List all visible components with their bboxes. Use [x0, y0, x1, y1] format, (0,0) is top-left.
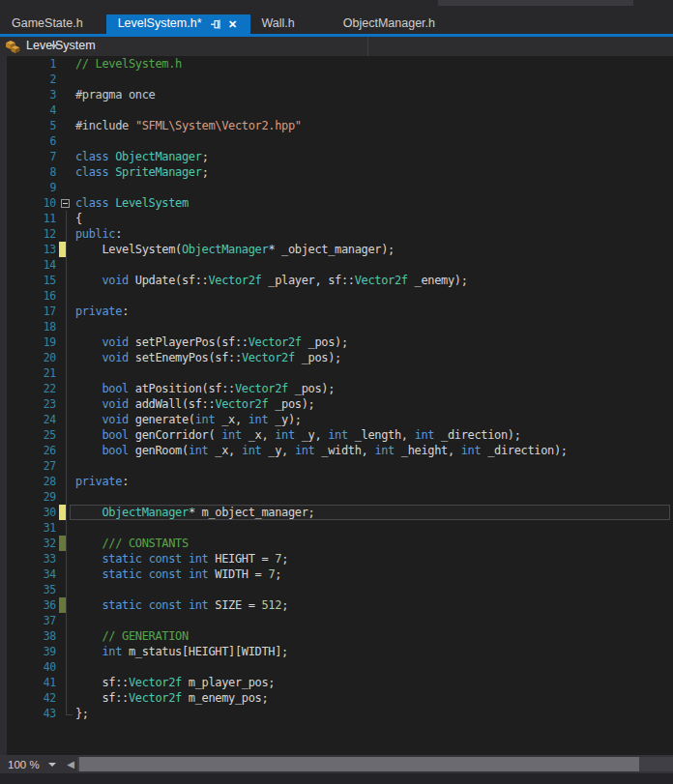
code-line[interactable]: 38 // GENERATION	[0, 628, 673, 644]
line-number: 10	[0, 195, 56, 211]
line-number: 6	[0, 133, 56, 149]
code-line[interactable]: 2	[0, 72, 673, 87]
code-line[interactable]: 24 void generate(int _x, int _y);	[0, 412, 673, 427]
top-accent-strip	[438, 0, 633, 6]
code-line[interactable]: 11{	[0, 211, 673, 226]
code-line[interactable]: 1// LevelSystem.h	[0, 56, 673, 72]
code-line[interactable]: 15 void Update(sf::Vector2f _player, sf:…	[0, 273, 673, 288]
code-text: class SpriteManager;	[75, 164, 209, 180]
code-line[interactable]: 40	[0, 659, 673, 675]
line-number: 29	[0, 489, 56, 505]
line-number: 28	[0, 474, 56, 489]
code-line[interactable]: 37	[0, 613, 673, 628]
code-line[interactable]: 28private:	[0, 474, 673, 489]
code-line[interactable]: 3#pragma once	[0, 87, 673, 102]
tab-gamestate-h[interactable]: GameState.h	[0, 15, 106, 34]
tab-label: Wall.h	[262, 16, 295, 30]
code-line[interactable]: 19 void setPlayerPos(sf::Vector2f _pos);	[0, 334, 673, 350]
pin-icon[interactable]	[210, 18, 221, 30]
line-number: 41	[0, 675, 56, 690]
close-icon[interactable]: ✕	[227, 18, 239, 30]
line-number: 33	[0, 551, 56, 566]
code-line[interactable]: 18	[0, 319, 673, 334]
line-number: 26	[0, 443, 56, 458]
code-text: // GENERATION	[75, 628, 189, 644]
code-line[interactable]: 41 sf::Vector2f m_player_pos;	[0, 675, 673, 690]
code-editor[interactable]: 1// LevelSystem.h23#pragma once45#includ…	[0, 56, 673, 755]
code-line[interactable]: 5#include "SFML\System\Vector2.hpp"	[0, 118, 673, 133]
code-line[interactable]: 22 bool atPosition(sf::Vector2f _pos);	[0, 381, 673, 396]
code-text: private:	[75, 304, 129, 319]
tab-objectmanager-h[interactable]: ObjectManager.h	[332, 15, 447, 34]
code-line[interactable]: 43};	[0, 706, 673, 721]
code-text: class LevelSystem	[75, 195, 189, 211]
code-text: {	[75, 211, 82, 226]
code-text: static const int HEIGHT = 7;	[75, 551, 288, 566]
code-line[interactable]: 8class SpriteManager;	[0, 164, 673, 180]
code-line[interactable]: 7class ObjectManager;	[0, 149, 673, 164]
code-text: // LevelSystem.h	[75, 56, 182, 72]
scroll-left-arrow-icon[interactable]: ◀	[64, 755, 77, 773]
type-dropdown[interactable]: LevelSystem	[0, 37, 367, 56]
line-number: 32	[0, 536, 56, 551]
tab-wall-h[interactable]: Wall.h	[250, 15, 307, 34]
code-text: void setPlayerPos(sf::Vector2f _pos);	[75, 334, 348, 350]
code-line[interactable]: 4	[0, 102, 673, 118]
code-line[interactable]: 9	[0, 180, 673, 195]
tab-levelsystem-h-[interactable]: LevelSystem.h*✕	[106, 15, 250, 34]
code-line[interactable]: 14	[0, 257, 673, 273]
code-text: static const int WIDTH = 7;	[75, 566, 281, 582]
code-line[interactable]: 33 static const int HEIGHT = 7;	[0, 551, 673, 566]
line-number: 25	[0, 427, 56, 443]
code-line[interactable]: 23 void addWall(sf::Vector2f _pos);	[0, 396, 673, 412]
code-line[interactable]: 30 ObjectManager* m_object_manager;	[0, 505, 673, 520]
zoom-level-dropdown[interactable]: 100 %	[0, 755, 62, 773]
code-text: static const int SIZE = 512;	[75, 597, 288, 613]
horizontal-scrollbar-row: 100 % ◀	[0, 755, 673, 773]
code-line[interactable]: 10class LevelSystem	[0, 195, 673, 211]
line-number: 11	[0, 211, 56, 226]
saved-change-bar	[59, 597, 66, 613]
line-number: 7	[0, 149, 56, 164]
tab-icons: ✕	[210, 18, 239, 30]
code-line[interactable]: 42 sf::Vector2f m_enemy_pos;	[0, 690, 673, 706]
code-text: void setEnemyPos(sf::Vector2f _pos);	[75, 350, 341, 365]
line-number: 15	[0, 273, 56, 288]
horizontal-scrollbar-track[interactable]	[77, 757, 673, 771]
code-line[interactable]: 32 /// CONSTANTS	[0, 536, 673, 551]
code-line[interactable]: 35	[0, 582, 673, 597]
chevron-down-icon	[50, 44, 58, 48]
vs-editor-window: GameState.hLevelSystem.h*✕Wall.hObjectMa…	[0, 0, 673, 784]
fold-collapse-icon[interactable]	[61, 199, 70, 208]
code-line[interactable]: 6	[0, 133, 673, 149]
line-number: 37	[0, 613, 56, 628]
document-tab-bar: GameState.hLevelSystem.h*✕Wall.hObjectMa…	[0, 15, 447, 34]
code-line[interactable]: 20 void setEnemyPos(sf::Vector2f _pos);	[0, 350, 673, 365]
horizontal-scrollbar-thumb[interactable]	[79, 757, 639, 771]
line-number: 16	[0, 288, 56, 304]
code-line[interactable]: 16	[0, 288, 673, 304]
code-line[interactable]: 12public:	[0, 226, 673, 242]
code-line[interactable]: 17private:	[0, 304, 673, 319]
code-line[interactable]: 21	[0, 365, 673, 381]
code-line[interactable]: 13 LevelSystem(ObjectManager* _object_ma…	[0, 242, 673, 257]
zoom-level-label: 100 %	[8, 759, 40, 770]
code-line[interactable]: 36 static const int SIZE = 512;	[0, 597, 673, 613]
code-area: 1// LevelSystem.h23#pragma once45#includ…	[0, 56, 673, 721]
code-line[interactable]: 34 static const int WIDTH = 7;	[0, 566, 673, 582]
unsaved-change-bar	[59, 242, 66, 257]
chevron-down-icon	[48, 763, 56, 767]
line-number: 13	[0, 242, 56, 257]
code-line[interactable]: 31	[0, 520, 673, 536]
line-number: 42	[0, 690, 56, 706]
code-line[interactable]: 26 bool genRoom(int _x, int _y, int _wid…	[0, 443, 673, 458]
tab-label: GameState.h	[12, 16, 83, 30]
line-number: 34	[0, 566, 56, 582]
member-dropdown[interactable]	[367, 37, 673, 56]
code-line[interactable]: 27	[0, 458, 673, 474]
code-line[interactable]: 39 int m_status[HEIGHT][WIDTH];	[0, 644, 673, 659]
code-line[interactable]: 29	[0, 489, 673, 505]
line-number: 9	[0, 180, 56, 195]
code-line[interactable]: 25 bool genCorridor( int _x, int _y, int…	[0, 427, 673, 443]
line-number: 17	[0, 304, 56, 319]
